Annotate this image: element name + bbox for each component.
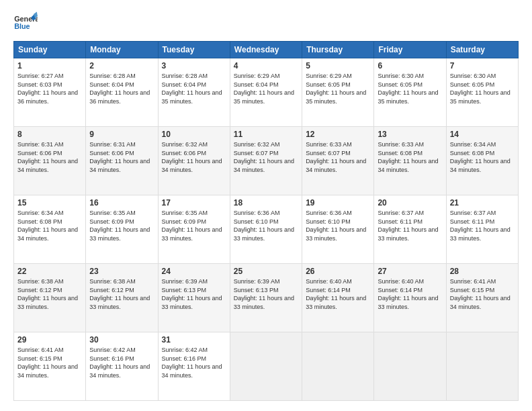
calendar-cell: 12 Sunrise: 6:33 AMSunset: 6:07 PMDaylig… <box>302 127 374 195</box>
cell-info: Sunrise: 6:36 AMSunset: 6:10 PMDaylight:… <box>306 210 366 242</box>
cell-info: Sunrise: 6:36 AMSunset: 6:10 PMDaylight:… <box>234 210 294 242</box>
calendar-cell: 5 Sunrise: 6:29 AMSunset: 6:05 PMDayligh… <box>302 58 374 127</box>
day-number: 16 <box>89 198 154 208</box>
calendar-cell: 19 Sunrise: 6:36 AMSunset: 6:10 PMDaylig… <box>302 195 374 264</box>
cell-info: Sunrise: 6:38 AMSunset: 6:12 PMDaylight:… <box>17 278 78 310</box>
day-header-friday: Friday <box>374 42 446 58</box>
cell-info: Sunrise: 6:32 AMSunset: 6:06 PMDaylight:… <box>162 141 222 173</box>
day-number: 18 <box>234 198 298 208</box>
cell-info: Sunrise: 6:38 AMSunset: 6:12 PMDaylight:… <box>89 278 150 310</box>
day-number: 24 <box>162 267 226 276</box>
day-number: 26 <box>306 267 370 276</box>
day-number: 23 <box>89 267 154 276</box>
page: General Blue SundayMondayTuesdayWednesda… <box>0 0 532 411</box>
day-number: 28 <box>450 267 515 276</box>
calendar-cell: 28 Sunrise: 6:41 AMSunset: 6:15 PMDaylig… <box>446 264 518 332</box>
calendar-cell: 7 Sunrise: 6:30 AMSunset: 6:05 PMDayligh… <box>446 58 518 127</box>
day-number: 5 <box>306 61 370 71</box>
cell-info: Sunrise: 6:41 AMSunset: 6:15 PMDaylight:… <box>450 278 511 310</box>
calendar-cell: 20 Sunrise: 6:37 AMSunset: 6:11 PMDaylig… <box>374 195 446 264</box>
calendar-cell <box>374 332 446 401</box>
day-number: 11 <box>234 130 298 139</box>
calendar-cell: 29 Sunrise: 6:41 AMSunset: 6:15 PMDaylig… <box>14 332 86 401</box>
day-header-wednesday: Wednesday <box>230 42 302 58</box>
calendar-cell: 21 Sunrise: 6:37 AMSunset: 6:11 PMDaylig… <box>446 195 518 264</box>
cell-info: Sunrise: 6:29 AMSunset: 6:04 PMDaylight:… <box>234 73 294 105</box>
day-number: 7 <box>450 61 515 71</box>
day-number: 30 <box>89 335 154 345</box>
day-number: 19 <box>306 198 370 208</box>
calendar-cell: 8 Sunrise: 6:31 AMSunset: 6:06 PMDayligh… <box>14 127 86 195</box>
cell-info: Sunrise: 6:27 AMSunset: 6:03 PMDaylight:… <box>17 73 78 105</box>
calendar-cell: 25 Sunrise: 6:39 AMSunset: 6:13 PMDaylig… <box>230 264 302 332</box>
day-number: 25 <box>234 267 298 276</box>
day-number: 3 <box>162 61 226 71</box>
calendar-cell: 13 Sunrise: 6:33 AMSunset: 6:08 PMDaylig… <box>374 127 446 195</box>
cell-info: Sunrise: 6:30 AMSunset: 6:05 PMDaylight:… <box>378 73 438 105</box>
day-number: 8 <box>17 130 82 139</box>
cell-info: Sunrise: 6:33 AMSunset: 6:08 PMDaylight:… <box>378 141 438 173</box>
cell-info: Sunrise: 6:28 AMSunset: 6:04 PMDaylight:… <box>162 73 222 105</box>
calendar-cell: 4 Sunrise: 6:29 AMSunset: 6:04 PMDayligh… <box>230 58 302 127</box>
cell-info: Sunrise: 6:40 AMSunset: 6:14 PMDaylight:… <box>378 278 438 310</box>
day-number: 17 <box>162 198 226 208</box>
calendar-cell: 14 Sunrise: 6:34 AMSunset: 6:08 PMDaylig… <box>446 127 518 195</box>
cell-info: Sunrise: 6:35 AMSunset: 6:09 PMDaylight:… <box>162 210 222 242</box>
day-number: 12 <box>306 130 370 139</box>
cell-info: Sunrise: 6:31 AMSunset: 6:06 PMDaylight:… <box>17 141 78 173</box>
day-number: 15 <box>17 198 82 208</box>
svg-text:Blue: Blue <box>14 22 30 30</box>
day-number: 22 <box>17 267 82 276</box>
cell-info: Sunrise: 6:31 AMSunset: 6:06 PMDaylight:… <box>89 141 150 173</box>
calendar-cell: 31 Sunrise: 6:42 AMSunset: 6:16 PMDaylig… <box>158 332 230 401</box>
day-number: 27 <box>378 267 442 276</box>
header: General Blue <box>13 10 519 34</box>
calendar-cell: 1 Sunrise: 6:27 AMSunset: 6:03 PMDayligh… <box>14 58 86 127</box>
calendar-cell: 23 Sunrise: 6:38 AMSunset: 6:12 PMDaylig… <box>86 264 158 332</box>
calendar-cell: 30 Sunrise: 6:42 AMSunset: 6:16 PMDaylig… <box>86 332 158 401</box>
day-header-sunday: Sunday <box>14 42 86 58</box>
calendar-cell: 6 Sunrise: 6:30 AMSunset: 6:05 PMDayligh… <box>374 58 446 127</box>
cell-info: Sunrise: 6:37 AMSunset: 6:11 PMDaylight:… <box>450 210 511 242</box>
cell-info: Sunrise: 6:42 AMSunset: 6:16 PMDaylight:… <box>162 347 222 379</box>
day-number: 13 <box>378 130 442 139</box>
cell-info: Sunrise: 6:39 AMSunset: 6:13 PMDaylight:… <box>162 278 222 310</box>
calendar-cell <box>302 332 374 401</box>
cell-info: Sunrise: 6:34 AMSunset: 6:08 PMDaylight:… <box>450 141 511 173</box>
logo: General Blue <box>13 10 38 34</box>
calendar-cell: 18 Sunrise: 6:36 AMSunset: 6:10 PMDaylig… <box>230 195 302 264</box>
cell-info: Sunrise: 6:35 AMSunset: 6:09 PMDaylight:… <box>89 210 150 242</box>
calendar-cell <box>446 332 518 401</box>
day-number: 9 <box>89 130 154 139</box>
cell-info: Sunrise: 6:34 AMSunset: 6:08 PMDaylight:… <box>17 210 78 242</box>
day-number: 6 <box>378 61 442 71</box>
cell-info: Sunrise: 6:42 AMSunset: 6:16 PMDaylight:… <box>89 347 150 379</box>
logo-icon: General Blue <box>13 10 38 34</box>
cell-info: Sunrise: 6:41 AMSunset: 6:15 PMDaylight:… <box>17 347 78 379</box>
calendar-cell: 16 Sunrise: 6:35 AMSunset: 6:09 PMDaylig… <box>86 195 158 264</box>
cell-info: Sunrise: 6:37 AMSunset: 6:11 PMDaylight:… <box>378 210 438 242</box>
day-number: 21 <box>450 198 515 208</box>
calendar-cell <box>230 332 302 401</box>
calendar-cell: 22 Sunrise: 6:38 AMSunset: 6:12 PMDaylig… <box>14 264 86 332</box>
day-header-thursday: Thursday <box>302 42 374 58</box>
calendar-cell: 17 Sunrise: 6:35 AMSunset: 6:09 PMDaylig… <box>158 195 230 264</box>
day-number: 4 <box>234 61 298 71</box>
cell-info: Sunrise: 6:29 AMSunset: 6:05 PMDaylight:… <box>306 73 366 105</box>
cell-info: Sunrise: 6:32 AMSunset: 6:07 PMDaylight:… <box>234 141 294 173</box>
calendar-cell: 10 Sunrise: 6:32 AMSunset: 6:06 PMDaylig… <box>158 127 230 195</box>
calendar-cell: 15 Sunrise: 6:34 AMSunset: 6:08 PMDaylig… <box>14 195 86 264</box>
calendar-cell: 27 Sunrise: 6:40 AMSunset: 6:14 PMDaylig… <box>374 264 446 332</box>
calendar-table: SundayMondayTuesdayWednesdayThursdayFrid… <box>13 41 519 401</box>
day-header-monday: Monday <box>86 42 158 58</box>
cell-info: Sunrise: 6:39 AMSunset: 6:13 PMDaylight:… <box>234 278 294 310</box>
day-number: 29 <box>17 335 82 345</box>
day-number: 2 <box>89 61 154 71</box>
calendar-cell: 11 Sunrise: 6:32 AMSunset: 6:07 PMDaylig… <box>230 127 302 195</box>
calendar-cell: 3 Sunrise: 6:28 AMSunset: 6:04 PMDayligh… <box>158 58 230 127</box>
cell-info: Sunrise: 6:28 AMSunset: 6:04 PMDaylight:… <box>89 73 150 105</box>
cell-info: Sunrise: 6:40 AMSunset: 6:14 PMDaylight:… <box>306 278 366 310</box>
calendar-cell: 26 Sunrise: 6:40 AMSunset: 6:14 PMDaylig… <box>302 264 374 332</box>
calendar-cell: 2 Sunrise: 6:28 AMSunset: 6:04 PMDayligh… <box>86 58 158 127</box>
calendar-cell: 24 Sunrise: 6:39 AMSunset: 6:13 PMDaylig… <box>158 264 230 332</box>
